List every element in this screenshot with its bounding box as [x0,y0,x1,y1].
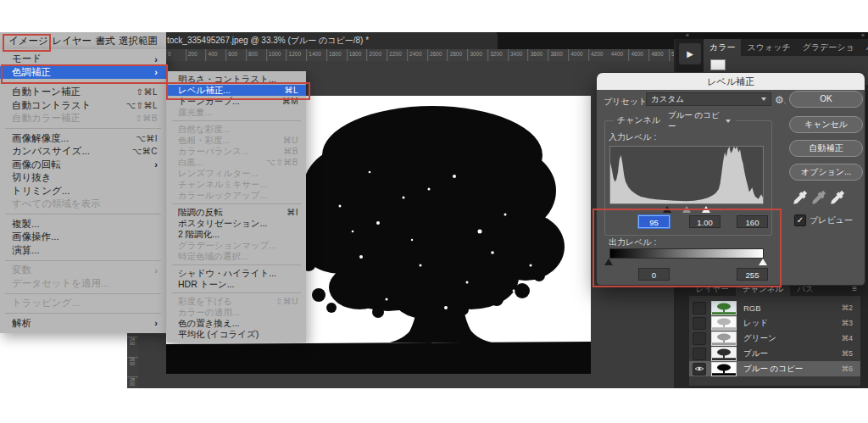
channel-thumbnail [711,362,737,376]
channel-row[interactable]: グリーン⌘4 [689,331,860,346]
menu-item[interactable]: 特定色域の選択... [167,251,306,262]
output-white-slider[interactable] [759,259,767,265]
play-panel-icon[interactable]: ▶ [679,43,701,64]
menu-item[interactable]: レンズフィルター... [167,168,306,179]
gamma-input-field[interactable]: 1.00 [689,215,721,228]
visibility-toggle[interactable] [693,302,706,314]
menu-item[interactable]: シャドウ・ハイライト... [167,268,306,279]
menu-item[interactable]: グラデーションマップ... [167,240,306,251]
visibility-toggle[interactable] [693,332,706,345]
menu-item[interactable]: 変数› [0,264,166,277]
menu-item[interactable]: 自動コントラスト⌥⇧⌘L [0,99,166,113]
menu-item[interactable]: すべての領域を表示 [0,198,166,211]
output-black-slider[interactable] [604,259,613,265]
midtone-input-slider[interactable] [682,206,691,213]
menu-item[interactable]: 白黒...⌥⇧⌘B [167,157,306,168]
menu-bar-item[interactable]: 選択範囲 [119,35,158,47]
menu-item[interactable]: 画像の回転› [0,159,166,172]
menu-item[interactable]: HDR トーン... [167,279,306,290]
menu-item[interactable]: 2 階調化... [167,229,306,240]
ruler-tick-label: 2400 [409,51,421,57]
panel-tab-パターン[interactable]: パターン [860,39,868,56]
channel-name: ブルー [743,348,768,359]
menu-item[interactable]: 露光量... [167,107,306,118]
highlight-input-field[interactable]: 160 [737,215,768,228]
menu-item[interactable]: 色の置き換え... [167,318,306,329]
document-tab[interactable]: tock_335495267.jpeg @ 33.3% (ブルー のコピー/8)… [127,32,498,49]
visibility-toggle[interactable] [693,348,706,360]
panel-tab-グラデーショ[interactable]: グラデーショ [797,39,860,56]
menu-bar-item[interactable]: イメージ [8,35,48,47]
white-point-eyedropper-icon[interactable] [831,190,845,204]
channel-row[interactable]: レッド⌘3 [689,315,860,331]
menu-item[interactable]: トラッピング... [0,297,166,310]
menu-item-label: チャンネルミキサー... [178,179,267,191]
menu-item[interactable]: 色相・彩度...⌘U [167,135,306,146]
highlight-input-slider[interactable] [702,206,710,213]
ruler-tick-label: 0 [168,51,171,57]
levels-dialog[interactable]: レベル補正 プリセット : カスタム ⚙. OK キャンセル 自動補正 オプショ… [596,72,865,286]
menu-bar-item[interactable]: 書式 [96,35,115,47]
menu-item[interactable]: 切り抜き [0,171,166,185]
menu-item[interactable]: 明るさ・コントラスト... [167,74,306,85]
menu-item[interactable]: 解析› [0,317,166,331]
menu-item[interactable]: カンバスサイズ...⌥⌘C [0,145,166,159]
shadow-input-slider[interactable] [663,206,671,213]
menu-item[interactable]: カラーの適用... [167,307,306,318]
menu-item[interactable]: 平均化 (イコライズ) [167,329,306,340]
menu-item[interactable]: 自動トーン補正⇧⌘L [0,86,166,99]
menu-item[interactable]: 画像解像度...⌥⌘I [0,132,166,146]
menu-separator [5,82,161,83]
ruler-tick-label: 3400 [510,51,522,57]
channel-row[interactable]: ブルー のコピー⌘6 [689,361,860,376]
collapse-panels-right-icon[interactable]: » [861,32,865,39]
black-point-eyedropper-icon[interactable] [793,190,808,204]
channel-select[interactable]: ブルー のコピー [663,114,736,127]
panel-tab-カラー[interactable]: カラー [704,39,741,56]
menu-item[interactable]: 自然な彩度... [167,124,306,135]
menu-item[interactable]: 画像操作... [0,231,166,244]
menu-bar-item[interactable]: レイヤー [52,35,92,47]
menu-item[interactable]: レベル補正...⌘L [167,85,306,96]
menu-item[interactable]: トリミング... [0,185,166,198]
menu-item[interactable]: 演算... [0,244,166,258]
menu-item-label: 自動カラー補正 [12,112,81,125]
gray-point-eyedropper-icon[interactable] [812,190,826,204]
menu-item[interactable]: チャンネルミキサー... [167,179,306,190]
color-swatch-chip[interactable] [710,59,726,70]
collapse-panels-left-icon[interactable]: « [686,32,689,39]
channel-row[interactable]: ブルー⌘5 [689,346,860,361]
ok-button[interactable]: OK [789,91,863,108]
menu-item[interactable]: 自動カラー補正⇧⌘B [0,112,166,125]
menu-item[interactable]: 色調補正› [0,66,166,80]
channel-name: RGB [743,303,761,313]
visibility-toggle[interactable] [693,317,706,330]
shadow-input-field[interactable]: 95 [638,215,670,228]
menu-item[interactable]: 階調の反転⌘I [167,207,306,218]
output-white-field[interactable]: 255 [737,268,768,281]
menu-bar: イメージレイヤー書式選択範囲 [0,32,166,49]
ruler-tick-label: 4200 [591,51,603,57]
menu-item-shortcut: ⌘U [283,136,298,145]
auto-button[interactable]: 自動補正 [789,140,863,157]
menu-item[interactable]: モード› [0,53,166,66]
menu-item-label: 演算... [12,244,40,257]
panel-tab-スウォッチ[interactable]: スウォッチ [741,39,796,56]
cancel-button[interactable]: キャンセル [789,116,863,133]
options-button[interactable]: オプション... [789,164,863,181]
menu-item[interactable]: 複製... [0,218,166,231]
menu-item[interactable]: カラールックアップ... [167,190,306,201]
menu-item[interactable]: カラーバランス...⌘B [167,146,306,157]
channel-row[interactable]: RGB⌘2 [689,300,860,315]
menu-item[interactable]: トーンカーブ...⌘M [167,96,306,107]
menu-item[interactable]: 彩度を下げる⇧⌘U [167,296,306,307]
output-black-field[interactable]: 0 [638,268,670,281]
menu-item[interactable]: データセットを適用... [0,277,166,291]
menu-item[interactable]: ポスタリゼーション... [167,218,306,229]
preset-select[interactable]: カスタム [646,92,771,106]
gear-icon[interactable]: ⚙. [775,93,786,109]
preview-checkbox[interactable]: ✓ [794,214,806,226]
menu-item-label: 画像の回転 [12,159,61,171]
visibility-toggle[interactable] [693,363,706,376]
menu-item-label: 画像解像度... [12,132,69,145]
